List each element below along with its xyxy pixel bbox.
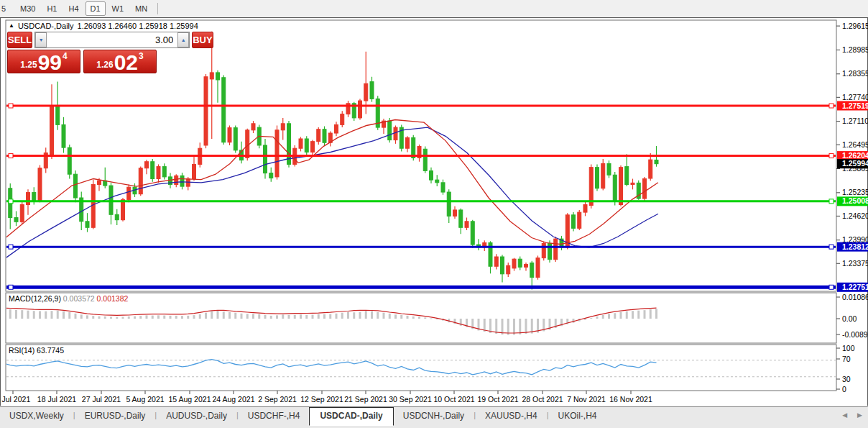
chart-tab-audusd-daily[interactable]: AUDUSD-,Daily (157, 408, 236, 424)
candle (335, 124, 338, 133)
line-handle[interactable] (9, 245, 13, 249)
candle (589, 168, 593, 206)
date-axis-label: 27 Jul 2021 (82, 395, 121, 404)
svg-text:1.23375: 1.23375 (842, 259, 868, 268)
line-handle[interactable] (829, 104, 834, 108)
macd-histogram-bar (359, 312, 361, 319)
moving-average-line (6, 127, 658, 258)
tab-scroll-left-icon[interactable]: ◀ (842, 411, 847, 419)
candle (264, 145, 267, 173)
candle (394, 127, 397, 140)
line-handle[interactable] (829, 285, 834, 289)
macd-histogram-bar (573, 319, 575, 323)
candle (228, 128, 231, 142)
macd-histogram-bar (128, 317, 130, 319)
candle (578, 212, 581, 228)
candle (359, 101, 362, 118)
macd-histogram-bar (86, 315, 88, 319)
macd-histogram-bar (626, 311, 628, 319)
chart-tab-ukoil-h4[interactable]: UKOil-,H4 (549, 408, 606, 424)
svg-text:1.28985: 1.28985 (842, 45, 868, 54)
macd-histogram-bar (341, 313, 343, 319)
macd-histogram-bar (383, 313, 385, 319)
macd-histogram-bar (400, 315, 402, 319)
candle (619, 168, 623, 205)
rsi-axis-label: 0 (842, 385, 846, 393)
chart-tab-usdcad-daily[interactable]: USDCAD-,Daily (309, 407, 393, 426)
macd-histogram-bar (407, 316, 409, 319)
chart-tab-usdx-weekly[interactable]: USDX,Weekly (0, 408, 73, 424)
svg-text:1.27110: 1.27110 (842, 117, 868, 125)
candle (406, 137, 410, 148)
date-axis-label: 12 Sep 2021 (300, 395, 343, 404)
candle (281, 124, 285, 130)
sell-button[interactable]: SELL (7, 32, 32, 48)
macd-histogram-bar (276, 315, 278, 319)
macd-histogram-bar (300, 314, 302, 319)
line-handle[interactable] (829, 245, 834, 249)
svg-text:1.24620: 1.24620 (842, 211, 868, 220)
macd-histogram-bar (507, 319, 509, 335)
macd-histogram-bar (152, 316, 154, 319)
macd-histogram-bar (430, 318, 433, 319)
macd-histogram-bar (608, 314, 610, 319)
svg-text:1.28355: 1.28355 (842, 69, 868, 78)
candle (115, 214, 119, 219)
candle (572, 215, 576, 229)
line-handle[interactable] (829, 199, 834, 204)
ask-price-box[interactable]: 1.26 02 3 (83, 50, 157, 73)
macd-signal-line (4, 308, 657, 333)
buy-button[interactable]: BUY (192, 32, 213, 48)
bid-price-prefix: 1.25 (20, 60, 37, 70)
macd-histogram-bar (4, 309, 6, 319)
macd-histogram-bar (139, 316, 142, 319)
macd-histogram-bar (519, 319, 521, 334)
candle (109, 186, 113, 214)
macd-histogram-bar (347, 312, 349, 319)
candle (251, 124, 255, 130)
macd-histogram-bar (637, 311, 640, 319)
chart-tab-usdcnh-daily[interactable]: USDCNH-,Daily (394, 408, 474, 424)
candle (305, 139, 308, 152)
candle (204, 77, 208, 145)
candle (512, 259, 516, 268)
bid-price-box[interactable]: 1.25 99 4 (7, 50, 80, 73)
collapse-triangle-icon[interactable]: ▲ (9, 22, 14, 29)
macd-histogram-bar (15, 310, 17, 319)
line-handle[interactable] (9, 154, 13, 158)
candle (501, 257, 504, 274)
rsi-panel (4, 360, 836, 377)
macd-histogram-bar (21, 310, 23, 319)
line-handle[interactable] (9, 285, 13, 289)
chart-tab-eurusd-daily[interactable]: EURUSD-,Daily (75, 408, 155, 424)
candle (607, 163, 611, 175)
macd-histogram-bar (205, 313, 207, 319)
macd-label: MACD(12,26,9) 0.003572 0.001382 (9, 294, 129, 303)
candle (459, 210, 463, 227)
svg-text:1.25008: 1.25008 (842, 196, 868, 205)
svg-text:1.29615: 1.29615 (842, 22, 868, 30)
macd-histogram-bar (104, 317, 106, 319)
line-handle[interactable] (829, 154, 834, 158)
svg-text:1.27519: 1.27519 (842, 101, 868, 110)
volume-increase-button[interactable]: ▲ (177, 32, 189, 47)
date-axis-label: 30 Sep 2021 (389, 395, 432, 404)
macd-histogram-bar (644, 310, 646, 319)
tab-scroll-controls: ◀ ▶ (842, 411, 862, 419)
volume-decrease-button[interactable]: ▼ (35, 32, 47, 47)
tab-scroll-right-icon[interactable]: ▶ (857, 411, 862, 419)
macd-histogram-bar (632, 311, 634, 319)
chart-tab-usdchf-h4[interactable]: USDCHF-,H4 (239, 408, 310, 424)
macd-histogram-bar (418, 317, 420, 319)
volume-stepper: ▼ ▲ (34, 32, 190, 48)
candle (222, 78, 226, 142)
line-handle[interactable] (9, 104, 13, 108)
one-click-trading-panel: SELL ▼ ▲ BUY 1.25 99 4 1.26 02 3 (7, 32, 157, 73)
volume-input[interactable] (47, 32, 177, 47)
chart-tab-xauusd-h4[interactable]: XAUUSD-,H4 (476, 408, 547, 424)
candle (317, 129, 320, 142)
macd-histogram-bar (602, 315, 604, 319)
date-axis-label: 10 Oct 2021 (433, 395, 474, 404)
rsi-axis-label: 100 (842, 344, 855, 352)
line-handle[interactable] (9, 199, 13, 204)
